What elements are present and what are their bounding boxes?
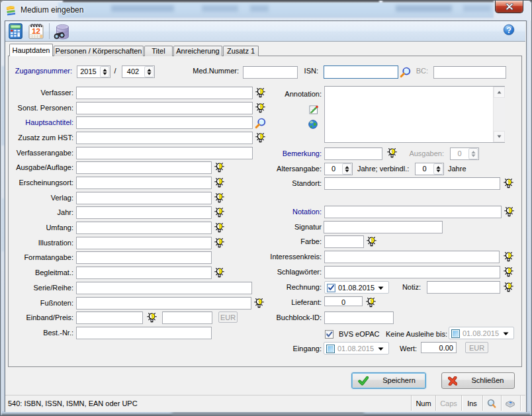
- svg-text:?: ?: [506, 25, 511, 34]
- svg-text:12: 12: [32, 27, 40, 35]
